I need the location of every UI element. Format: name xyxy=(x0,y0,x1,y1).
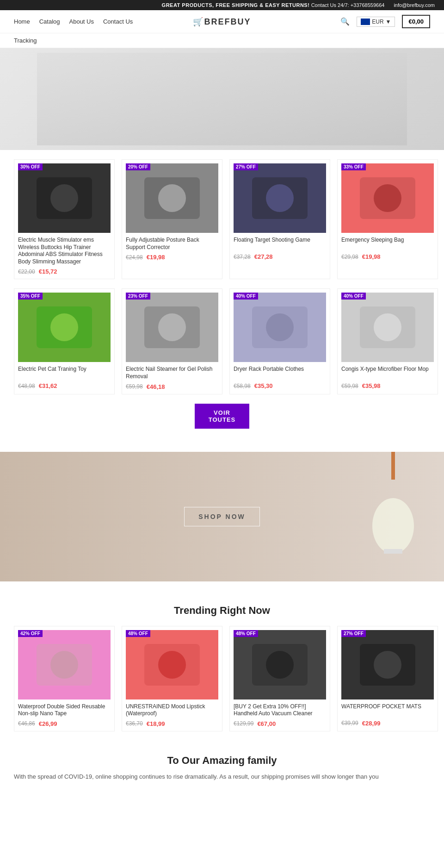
product-name: Electric Nail Steamer for Gel Polish Rem… xyxy=(126,366,218,380)
product-image xyxy=(126,293,218,362)
svg-point-24 xyxy=(374,313,401,341)
contact-phone: Contact Us 24/7: +33768559664 xyxy=(311,2,385,8)
svg-point-9 xyxy=(266,184,294,212)
product-card[interactable]: 48% OFF UNRESTRAINED Mood Lipstick (Wate… xyxy=(122,626,222,731)
product-card[interactable]: 35% OFF Electric Pet Cat Traning Toy€48,… xyxy=(14,288,115,394)
product-prices: €58,98€35,30 xyxy=(234,382,326,389)
product-card[interactable]: 23% OFF Electric Nail Steamer for Gel Po… xyxy=(122,288,222,394)
product-badge: 48% OFF xyxy=(126,630,150,637)
product-prices: €37,28€27,28 xyxy=(234,253,326,260)
product-card[interactable]: 30% OFF Electric Muscle Stimulator ems W… xyxy=(14,159,115,279)
product-card[interactable]: 42% OFF Waterproof Double Sided Reusable… xyxy=(14,626,115,731)
products-grid-row1: 30% OFF Electric Muscle Stimulator ems W… xyxy=(14,159,430,279)
bulb-svg xyxy=(370,480,416,554)
email: info@brefbuy.com xyxy=(394,2,435,8)
product-name: Waterproof Double Sided Reusable Non-sli… xyxy=(18,703,111,718)
product-badge: 23% OFF xyxy=(126,293,150,300)
product-card[interactable]: 27% OFF WATERPROOF POCKET MATS€39,99€28,… xyxy=(337,626,438,731)
svg-point-25 xyxy=(372,498,414,554)
price-original: €59,98 xyxy=(126,383,143,390)
price-original: €58,98 xyxy=(234,383,251,389)
price-original: €36,70 xyxy=(126,720,143,727)
svg-rect-0 xyxy=(37,53,407,145)
product-image xyxy=(341,630,434,699)
product-badge: 27% OFF xyxy=(341,630,366,637)
products-grid-row2: 35% OFF Electric Pet Cat Traning Toy€48,… xyxy=(14,288,430,394)
product-prices: €129,99€67,00 xyxy=(234,720,326,727)
product-image xyxy=(341,163,434,233)
price-original: €46,86 xyxy=(18,720,35,727)
bulb-wire xyxy=(391,452,395,480)
price-sale: €67,00 xyxy=(257,720,276,727)
chevron-down-icon: ▼ xyxy=(386,19,391,25)
price-sale: €46,18 xyxy=(147,383,165,390)
price-original: €48,98 xyxy=(18,383,35,389)
svg-point-18 xyxy=(158,313,186,341)
search-icon[interactable]: 🔍 xyxy=(340,17,350,26)
product-prices: €59,98€35,98 xyxy=(341,382,434,389)
nav-about[interactable]: About Us xyxy=(69,18,94,25)
product-badge: 20% OFF xyxy=(126,163,150,170)
cart-button[interactable]: €0,00 xyxy=(402,15,430,28)
product-card[interactable]: 48% OFF [BUY 2 Get Extra 10% OFF!!] Hand… xyxy=(229,626,330,731)
price-original: €39,99 xyxy=(341,720,358,726)
voir-toutes-button[interactable]: VOIRTOUTES xyxy=(195,404,250,429)
product-image xyxy=(18,163,111,233)
product-card[interactable]: 40% OFF Dryer Rack Portable Clothes€58,9… xyxy=(229,288,330,394)
svg-point-32 xyxy=(158,651,186,679)
product-badge: 33% OFF xyxy=(341,163,366,170)
svg-point-6 xyxy=(158,184,186,212)
product-prices: €39,99€28,99 xyxy=(341,720,434,727)
product-image xyxy=(126,163,218,233)
product-prices: €29,98€19,98 xyxy=(341,253,434,260)
product-image xyxy=(234,163,326,233)
hero-image xyxy=(37,53,407,145)
product-badge: 30% OFF xyxy=(18,163,43,170)
product-card[interactable]: 20% OFF Fully Adjustable Posture Back Su… xyxy=(122,159,222,279)
product-name: Congis X-type Microfiber Floor Mop xyxy=(341,366,434,380)
product-badge: 48% OFF xyxy=(234,630,258,637)
product-prices: €48,98€31,62 xyxy=(18,382,111,389)
product-card[interactable]: 33% OFF Emergency Sleeping Bag€29,98€19,… xyxy=(337,159,438,279)
svg-point-15 xyxy=(50,313,78,341)
svg-point-3 xyxy=(50,184,78,212)
price-sale: €28,99 xyxy=(362,720,381,727)
product-card[interactable]: 27% OFF Floating Target Shooting Game€37… xyxy=(229,159,330,279)
light-bulb-decoration xyxy=(370,452,416,554)
svg-point-29 xyxy=(50,651,78,679)
product-name: WATERPROOF POCKET MATS xyxy=(341,703,434,717)
price-original: €29,98 xyxy=(341,254,358,260)
trending-title: Trending Right Now xyxy=(14,605,430,617)
family-title: To Our Amazing family xyxy=(14,755,430,767)
trending-grid: 42% OFF Waterproof Double Sided Reusable… xyxy=(14,626,430,731)
nav-contact[interactable]: Contact Us xyxy=(103,18,133,25)
flag-icon xyxy=(361,19,370,25)
svg-rect-26 xyxy=(384,549,402,554)
product-prices: €22,00€15,72 xyxy=(18,268,111,275)
trending-section: Trending Right Now 42% OFF Waterproof Do… xyxy=(0,595,444,741)
nav-home[interactable]: Home xyxy=(14,18,30,25)
product-badge: 42% OFF xyxy=(18,630,43,637)
nav-catalog[interactable]: Catalog xyxy=(39,18,60,25)
tracking-bar: Tracking xyxy=(0,33,444,48)
product-badge: 35% OFF xyxy=(18,293,43,300)
product-name: [BUY 2 Get Extra 10% OFF!!] Handheld Aut… xyxy=(234,703,326,718)
currency-selector[interactable]: EUR ▼ xyxy=(357,17,395,27)
nav-bar: Home Catalog About Us Contact Us 🛒BREFBU… xyxy=(0,10,444,33)
top-bar-right: Contact Us 24/7: +33768559664 info@brefb… xyxy=(311,2,435,8)
product-prices: €24,98€19,98 xyxy=(126,254,218,261)
product-badge: 27% OFF xyxy=(234,163,258,170)
price-original: €22,00 xyxy=(18,269,35,275)
product-badge: 40% OFF xyxy=(234,293,258,300)
product-name: Electric Muscle Stimulator ems Wireless … xyxy=(18,237,111,265)
product-name: Floating Target Shooting Game xyxy=(234,237,326,250)
shop-now-button[interactable]: SHOP NOW xyxy=(184,507,260,526)
price-sale: €35,98 xyxy=(362,382,381,389)
tracking-link[interactable]: Tracking xyxy=(14,37,37,44)
shop-now-banner: SHOP NOW xyxy=(0,452,444,581)
product-card[interactable]: 40% OFF Congis X-type Microfiber Floor M… xyxy=(337,288,438,394)
product-prices: €46,86€26,99 xyxy=(18,720,111,727)
price-sale: €27,28 xyxy=(254,253,273,260)
site-logo[interactable]: 🛒BREFBUY xyxy=(193,17,251,27)
svg-point-12 xyxy=(374,184,401,212)
